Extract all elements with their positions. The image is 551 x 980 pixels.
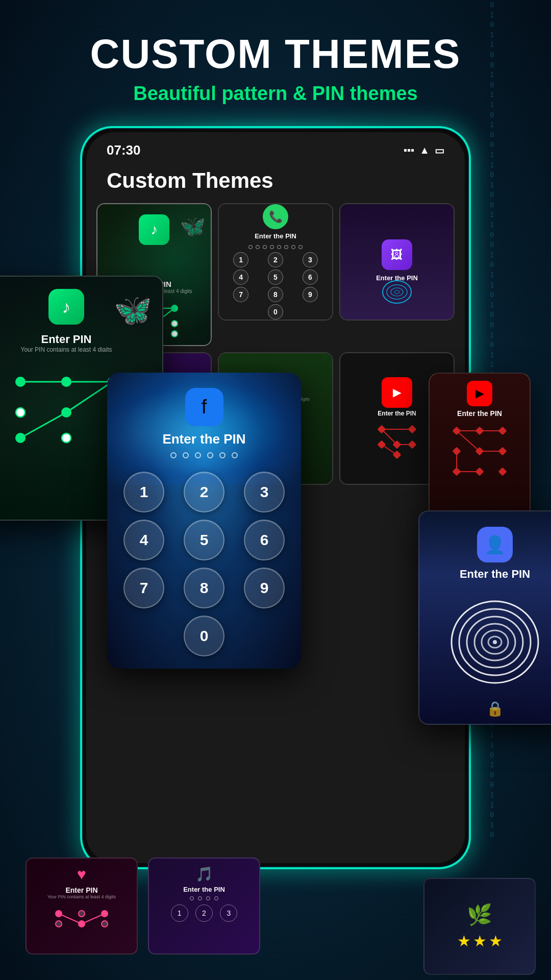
wifi-icon: ▲: [419, 144, 430, 156]
svg-rect-73: [475, 427, 484, 435]
heart-pattern-card: ♥ Enter PIN Your PIN contains at least 4…: [26, 857, 138, 954]
num-9[interactable]: 9: [303, 287, 318, 302]
red-pin-label: Enter the PIN: [457, 409, 502, 418]
svg-point-16: [394, 290, 399, 293]
svg-line-68: [457, 431, 480, 451]
battery-icon: ▭: [435, 144, 444, 157]
fb-num-6[interactable]: 6: [244, 520, 285, 560]
svg-point-57: [15, 377, 26, 387]
theme-card-figure[interactable]: 🖼 Enter the PIN: [339, 203, 455, 321]
svg-rect-51: [378, 440, 386, 449]
card2-label: Enter the PIN: [255, 232, 296, 240]
m-num-2[interactable]: 2: [195, 904, 213, 922]
plant-decoration: 🌿: [467, 903, 492, 927]
fb-num-7[interactable]: 7: [123, 568, 164, 608]
svg-line-88: [59, 914, 82, 924]
music-icon-bottom: 🎵: [195, 866, 213, 883]
m-num-1[interactable]: 1: [171, 904, 188, 922]
fb-num-4[interactable]: 4: [123, 520, 164, 560]
fb-numpad: 1 2 3 4 5 6 7 8 9 0: [107, 467, 301, 662]
num-7[interactable]: 7: [233, 287, 248, 302]
numpad-small-2: 1 2 3 4 5 6 7 8 9 0: [224, 252, 327, 320]
num-4[interactable]: 4: [233, 270, 248, 285]
pin-dots-2: [248, 245, 303, 249]
num-5[interactable]: 5: [268, 270, 283, 285]
fb-num-5[interactable]: 5: [184, 520, 224, 560]
svg-rect-74: [498, 427, 507, 435]
whatsapp-icon: 📞: [263, 204, 288, 229]
star-2: ★: [473, 932, 487, 950]
svg-point-14: [387, 285, 407, 299]
page-title: CUSTOM THEMES: [20, 31, 531, 78]
svg-point-15: [391, 288, 403, 296]
red-pattern-overlay-card: ▶ Enter the PIN: [429, 373, 531, 526]
page-subtitle: Beautiful pattern & PIN themes: [20, 83, 531, 105]
svg-rect-75: [453, 447, 461, 456]
card6-label: Enter the PIN: [378, 410, 416, 417]
svg-point-94: [78, 920, 85, 927]
heart-icon: ♥: [77, 866, 86, 883]
gallery-icon: 🖼: [382, 239, 412, 270]
fb-num-3[interactable]: 3: [244, 472, 285, 512]
music-pin-label: Enter the PIN: [183, 886, 225, 893]
svg-point-60: [16, 408, 25, 417]
stars-card: 🌿 ★ ★ ★: [423, 878, 536, 975]
fb-num-8[interactable]: 8: [184, 568, 224, 608]
music-numpad: 1 2 3: [168, 904, 240, 922]
music-pin-dots: [190, 896, 218, 900]
heart-pattern-svg: [48, 903, 115, 934]
num-2[interactable]: 2: [268, 252, 283, 267]
big-fb-overlay-card: f Enter the PIN 1 2 3 4 5 6 7 8 9: [107, 373, 301, 669]
svg-point-93: [56, 921, 62, 927]
svg-line-89: [82, 914, 105, 924]
music-pin-card: 🎵 Enter the PIN 1 2 3: [148, 857, 260, 954]
big-pattern-label: Enter PIN: [41, 333, 91, 346]
m-num-3[interactable]: 3: [220, 904, 237, 922]
svg-rect-80: [498, 468, 507, 476]
signal-icon: ▪▪▪: [404, 144, 414, 156]
big-pattern-sublabel: Your PIN contains at least 4 diaits: [21, 346, 112, 353]
svg-point-90: [55, 910, 62, 917]
youtube-icon-card: ▶: [382, 377, 412, 408]
svg-rect-79: [475, 468, 484, 476]
svg-point-91: [79, 911, 85, 917]
svg-line-55: [66, 382, 112, 412]
red-pattern-svg: [371, 419, 422, 460]
fb-num-1[interactable]: 1: [123, 472, 164, 512]
fp-pin-label: Enter the PIN: [460, 568, 530, 581]
svg-point-64: [62, 433, 71, 443]
stars-row: ★ ★ ★: [457, 932, 503, 950]
svg-rect-78: [453, 468, 461, 476]
header: CUSTOM THEMES Beautiful pattern & PIN th…: [0, 0, 551, 120]
status-icons: ▪▪▪ ▲ ▭: [404, 144, 444, 157]
svg-point-12: [171, 331, 178, 337]
svg-point-6: [171, 305, 178, 312]
lock-icon: 🔒: [486, 700, 504, 717]
status-time: 07:30: [107, 142, 141, 158]
big-fingerprint-svg: [444, 591, 546, 693]
num-3[interactable]: 3: [303, 252, 318, 267]
svg-point-61: [61, 407, 71, 418]
star-1: ★: [457, 932, 471, 950]
svg-rect-50: [408, 440, 417, 449]
svg-line-44: [382, 429, 397, 445]
fb-num-2[interactable]: 2: [184, 472, 224, 512]
fb-num-9[interactable]: 9: [244, 568, 285, 608]
user-big-icon: 👤: [477, 527, 513, 562]
fb-pin-dots: [170, 452, 238, 458]
fb-big-icon: f: [185, 388, 223, 426]
theme-card-whatsapp[interactable]: 📞 Enter the PIN 1 2 3 4 5 6: [218, 203, 333, 321]
status-bar: 07:30 ▪▪▪ ▲ ▭: [86, 132, 465, 163]
num-8[interactable]: 8: [268, 287, 283, 302]
num-0[interactable]: 0: [268, 304, 283, 320]
num-1[interactable]: 1: [233, 252, 248, 267]
num-6[interactable]: 6: [303, 270, 318, 285]
svg-rect-77: [498, 447, 507, 456]
red-pattern-nodes-svg: [441, 421, 518, 482]
big-fingerprint-overlay-card: 👤 Enter the PIN 🔒: [418, 510, 551, 725]
yt-small-icon: ▶: [467, 381, 492, 406]
svg-point-9: [171, 321, 178, 327]
fb-pin-label: Enter the PIN: [162, 431, 245, 447]
fb-num-0[interactable]: 0: [184, 616, 224, 656]
svg-point-87: [493, 640, 497, 644]
